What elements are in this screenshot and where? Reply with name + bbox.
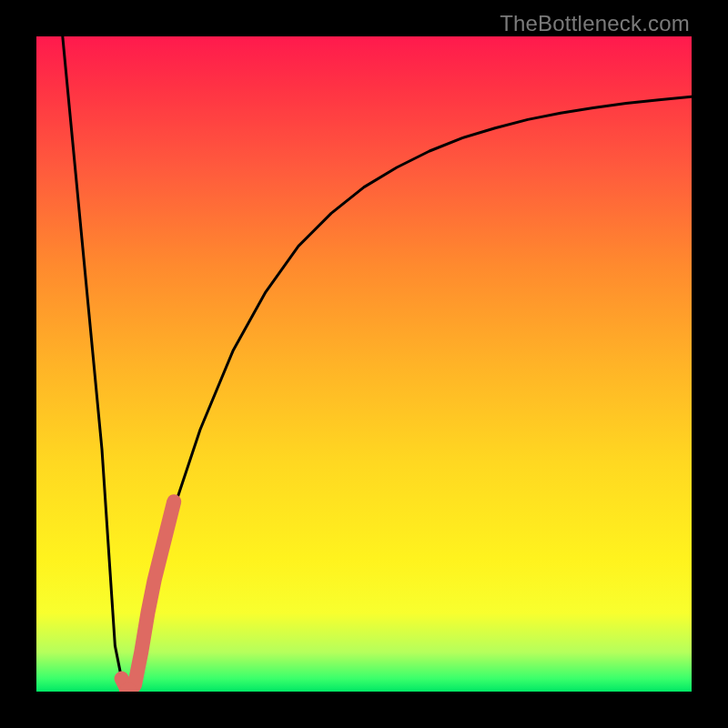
chart-svg: [36, 36, 692, 692]
highlight-segment: [122, 501, 175, 692]
chart-frame: TheBottleneck.com: [0, 0, 728, 728]
plot-area: [36, 36, 692, 692]
watermark-text: TheBottleneck.com: [500, 11, 690, 36]
